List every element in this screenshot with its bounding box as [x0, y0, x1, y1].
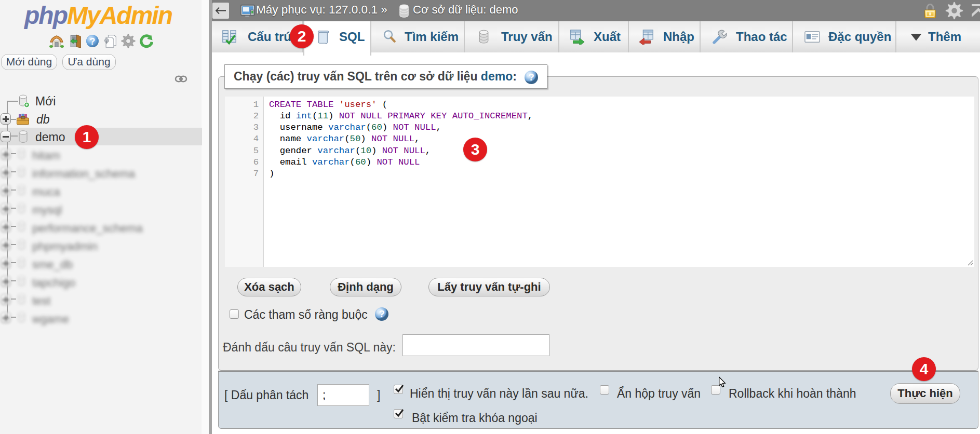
svg-text:?: ?: [90, 36, 96, 47]
